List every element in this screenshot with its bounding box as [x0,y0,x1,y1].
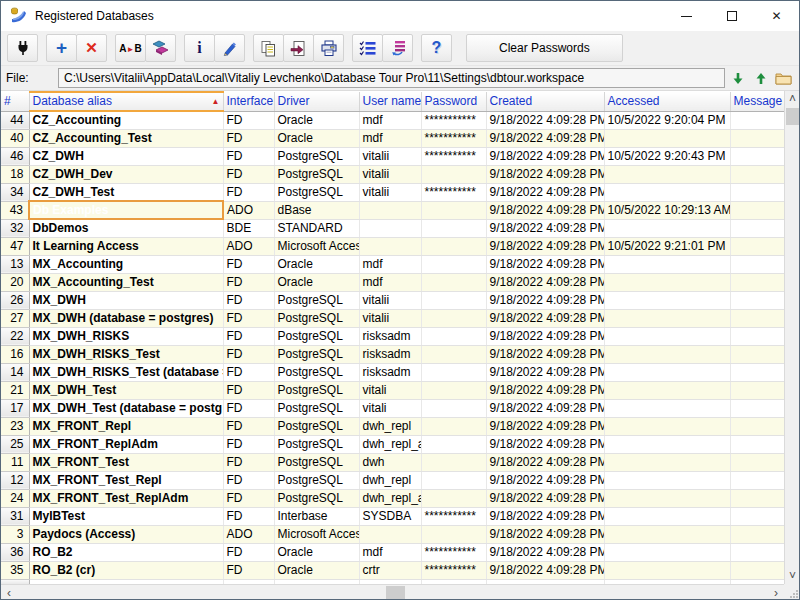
alias-cell[interactable]: DbDemos [29,219,223,237]
message-cell[interactable] [730,273,784,291]
password-cell[interactable] [421,417,486,435]
alias-cell[interactable]: MX_DWH [29,291,223,309]
user-cell[interactable]: SYSDBA [359,507,421,525]
rename-button[interactable]: A►B [115,34,146,62]
alias-cell[interactable]: It Learning Access [29,237,223,255]
created-cell[interactable]: 9/18/2022 4:09:28 PM [486,525,604,543]
password-cell[interactable]: *********** [421,183,486,201]
interface-cell[interactable]: FD [223,147,274,165]
user-cell[interactable]: risksadm [359,327,421,345]
accessed-cell[interactable] [604,363,730,381]
row-number-cell[interactable]: 21 [1,381,29,399]
password-cell[interactable] [421,309,486,327]
driver-cell[interactable]: PostgreSQL [274,345,359,363]
accessed-cell[interactable] [604,471,730,489]
load-workspace-button[interactable] [727,68,748,89]
interface-cell[interactable]: FD [223,345,274,363]
accessed-cell[interactable] [604,273,730,291]
alias-cell[interactable]: MX_DWH (database = postgres) [29,309,223,327]
created-cell[interactable]: 9/18/2022 4:09:28 PM [486,417,604,435]
horizontal-scrollbar[interactable]: ‹ › [1,584,784,599]
interface-cell[interactable]: FD [223,255,274,273]
message-cell[interactable] [730,345,784,363]
password-cell[interactable] [421,201,486,219]
password-cell[interactable]: *********** [421,543,486,561]
message-cell[interactable] [730,453,784,471]
password-cell[interactable] [421,345,486,363]
message-cell[interactable] [730,561,784,579]
alias-cell[interactable]: MX_FRONT_Test [29,453,223,471]
alias-cell[interactable]: MyIBTest [29,507,223,525]
user-cell[interactable]: vitalii [359,309,421,327]
help-button[interactable]: ? [421,34,452,62]
driver-cell[interactable]: Oracle [274,111,359,129]
driver-cell[interactable]: Oracle [274,129,359,147]
alias-cell[interactable]: MX_DWH_RISKS [29,327,223,345]
alias-cell[interactable]: MX_Accounting_Test [29,273,223,291]
interface-cell[interactable]: FD [223,165,274,183]
message-cell[interactable] [730,489,784,507]
clear-passwords-button[interactable]: Clear Passwords [466,34,623,62]
alias-cell[interactable]: MX_DWH_Test (database = postg [29,399,223,417]
check-items-button[interactable] [352,34,383,62]
message-cell[interactable] [730,399,784,417]
row-number-cell[interactable]: 13 [1,255,29,273]
accessed-cell[interactable] [604,219,730,237]
alias-cell[interactable]: Db Examples [29,201,223,219]
user-cell[interactable] [359,525,421,543]
row-number-cell[interactable]: 34 [1,183,29,201]
password-cell[interactable]: *********** [421,129,486,147]
driver-cell[interactable]: Interbase [274,507,359,525]
created-cell[interactable]: 9/18/2022 4:09:28 PM [486,111,604,129]
password-cell[interactable]: *********** [421,147,486,165]
alias-cell[interactable]: MX_DWH_Test [29,381,223,399]
user-cell[interactable] [359,237,421,255]
user-cell[interactable] [359,201,421,219]
interface-cell[interactable]: FD [223,327,274,345]
interface-cell[interactable]: ADO [223,237,274,255]
driver-cell[interactable]: STANDARD [274,219,359,237]
message-cell[interactable] [730,255,784,273]
message-cell[interactable] [730,417,784,435]
driver-cell[interactable]: Microsoft Access [274,525,359,543]
row-number-cell[interactable]: 44 [1,111,29,129]
user-cell[interactable]: mdf [359,543,421,561]
created-cell[interactable]: 9/18/2022 4:09:28 PM [486,471,604,489]
created-cell[interactable]: 9/18/2022 4:09:28 PM [486,561,604,579]
created-cell[interactable]: 9/18/2022 4:09:28 PM [486,129,604,147]
interface-cell[interactable]: FD [223,381,274,399]
password-cell[interactable] [421,291,486,309]
row-number-cell[interactable]: 20 [1,273,29,291]
message-cell[interactable] [730,363,784,381]
password-cell[interactable] [421,363,486,381]
row-number-cell[interactable]: 36 [1,543,29,561]
password-cell[interactable] [421,165,486,183]
row-number-cell[interactable]: 26 [1,291,29,309]
accessed-cell[interactable] [604,561,730,579]
created-cell[interactable]: 9/18/2022 4:09:28 PM [486,453,604,471]
driver-cell[interactable]: PostgreSQL [274,291,359,309]
user-cell[interactable]: mdf [359,129,421,147]
password-cell[interactable] [421,219,486,237]
password-cell[interactable]: *********** [421,507,486,525]
alias-cell[interactable]: Paydocs (Access) [29,525,223,543]
driver-cell[interactable]: Oracle [274,255,359,273]
row-number-cell[interactable]: 27 [1,309,29,327]
accessed-cell[interactable] [604,543,730,561]
driver-cell[interactable]: PostgreSQL [274,183,359,201]
user-cell[interactable] [359,219,421,237]
accessed-cell[interactable]: 10/5/2022 10:29:13 AM [604,201,730,219]
row-number-cell[interactable]: 11 [1,453,29,471]
message-cell[interactable] [730,327,784,345]
delete-button[interactable]: ✕ [76,34,107,62]
interface-cell[interactable]: FD [223,507,274,525]
column-header-accessed[interactable]: Accessed [604,92,730,111]
user-cell[interactable]: dwh_repl_a [359,489,421,507]
alias-cell[interactable]: CZ_Accounting_Test [29,129,223,147]
password-cell[interactable] [421,525,486,543]
interface-cell[interactable]: FD [223,435,274,453]
password-cell[interactable] [421,381,486,399]
message-cell[interactable] [730,309,784,327]
accessed-cell[interactable]: 10/5/2022 9:20:43 PM [604,147,730,165]
user-cell[interactable]: risksadm [359,363,421,381]
